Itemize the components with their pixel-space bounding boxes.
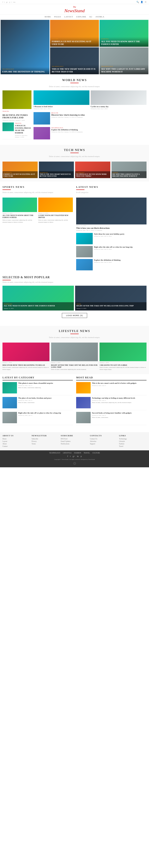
tech-item-3[interactable]: Technology TECHNOLOGY: DO YOU KNOW MORE … bbox=[75, 161, 110, 178]
social-instagram[interactable]: i bbox=[11, 1, 12, 3]
nav-pages[interactable]: PAGES bbox=[54, 16, 61, 18]
latest-item-3[interactable]: Right after the take off we relax for ou… bbox=[76, 246, 147, 257]
tech-item-1[interactable]: Technology FORMULA 1 IS NOT SO EXCITING … bbox=[2, 161, 38, 178]
lifestyle-item-2[interactable]: January 1, 2016 RIGHT AFTER THE TAKE OFF… bbox=[51, 343, 98, 371]
selected-item-2[interactable]: Travel RIGHT AFTER THE TAKE OFF WE RELAX… bbox=[75, 286, 147, 310]
hero-grid: Technology EXPLORE THE DEFINITION OF THI… bbox=[0, 19, 149, 75]
footer-bottom-link-lifestyle[interactable]: LIFESTYLE bbox=[63, 452, 71, 454]
tech-overlay-2: Technology THIS IS THE NEW SMART WATCH I… bbox=[39, 171, 74, 178]
sports-item-2[interactable]: January 11, 2016 A VERY YOUNG BUT TALENT… bbox=[38, 197, 73, 223]
footer-social-twitter[interactable]: t bbox=[70, 455, 71, 457]
footer-social-pinterest[interactable]: p bbox=[81, 455, 82, 457]
nav-joomla[interactable]: JOOMLA bbox=[96, 16, 105, 18]
most-read-item-3[interactable]: Succeed looks at being more familiar wit… bbox=[76, 412, 147, 425]
most-read-item-1[interactable]: This is the new smart watch and it is be… bbox=[76, 382, 147, 395]
footer-social-facebook[interactable]: f bbox=[67, 455, 68, 457]
lifestyle-item-desc-2: Dolor sit amet, consectetuer adipiscing … bbox=[51, 369, 98, 371]
menu-icon[interactable]: ☰ bbox=[145, 1, 147, 3]
world-featured[interactable]: Travel BEAUTIFUL PICTURES FROM A FAR LAN… bbox=[2, 90, 31, 121]
footer-link-support[interactable]: Support bbox=[90, 443, 117, 445]
footer-link-subscribe[interactable]: Subscribe bbox=[32, 438, 59, 440]
social-pinterest[interactable]: p bbox=[9, 1, 10, 3]
selected-item-1[interactable]: Technology ALL YOU NEED TO KNOW ABOUT TH… bbox=[2, 286, 74, 310]
footer-link-fashion[interactable]: Fashion bbox=[119, 443, 147, 445]
scroll-to-top[interactable]: ⊙ bbox=[2, 461, 147, 466]
latest-cat-item-1[interactable]: This photo is more than a beautiful surp… bbox=[2, 382, 73, 395]
nav-k2[interactable]: K2 bbox=[90, 16, 92, 18]
hero-item-1[interactable]: Technology EXPLORE THE DEFINITION OF THI… bbox=[1, 20, 50, 74]
footer-link-email[interactable]: Email Updates bbox=[61, 440, 88, 442]
latest-item-4[interactable]: Explore the definition of thinking Writt… bbox=[76, 259, 147, 270]
lifestyle-sub: Dolor sit amet, consectetuer adipiscing … bbox=[2, 336, 147, 341]
footer-bottom-link-fashion[interactable]: FASHION bbox=[74, 452, 81, 454]
footer-link-notifications[interactable]: Notifications bbox=[61, 443, 88, 445]
world-explore-title: Explore the definition of thinking bbox=[51, 129, 83, 131]
world-feat-meta: Written by John Doe | January 1, 2016 bbox=[2, 120, 31, 121]
selected-sub: Dolor sit amet, consectetuer adipiscing … bbox=[2, 281, 147, 283]
social-twitter[interactable]: t bbox=[4, 1, 5, 3]
tech-title-2: THIS IS THE NEW SMART WATCH IT IS BETTER… bbox=[40, 173, 73, 177]
footer-link-terms[interactable]: Terms bbox=[32, 443, 59, 445]
footer-link-home[interactable]: Home bbox=[2, 438, 30, 440]
social-links[interactable]: f t g+ p i rss bbox=[2, 1, 15, 3]
mr-meta-1: Written by John | Jan 13 bbox=[92, 385, 137, 386]
footer-social-google[interactable]: g+ bbox=[72, 455, 75, 457]
footer-link-contactus[interactable]: Contact Us bbox=[90, 438, 117, 440]
nav-home[interactable]: HOME bbox=[45, 16, 51, 18]
footer-link-tech[interactable]: Technology bbox=[119, 438, 147, 440]
latest-cat-item-3[interactable]: Right after the take off we plan to rela… bbox=[2, 412, 73, 425]
header-icons[interactable]: 🔍 👤 ☰ bbox=[137, 1, 147, 3]
footer-col2-title: NEWSLETTER bbox=[32, 435, 59, 437]
most-read-item-2[interactable]: Technology can help us feeling at many d… bbox=[76, 397, 147, 410]
main-nav[interactable]: HOME PAGES LAYOUT EXPLORE K2 JOOMLA bbox=[0, 14, 149, 19]
footer-social-instagram[interactable]: in bbox=[77, 455, 79, 457]
hero-item-2[interactable]: Racing FORMULA 1 IS NOT SO EXCITING AS I… bbox=[50, 20, 99, 47]
world-right-title-2: Cyclist on a sunny day bbox=[91, 105, 147, 107]
lifestyle-title: LIFESTYLE NEWS bbox=[2, 330, 147, 333]
social-rss[interactable]: rss bbox=[13, 1, 15, 3]
footer-link-contact[interactable]: Contact bbox=[2, 445, 30, 447]
footer-link-lifestyle[interactable]: Lifestyle bbox=[119, 440, 147, 442]
latest-item-title-3: Right after the take off we relax for ou… bbox=[94, 246, 133, 248]
user-icon[interactable]: 👤 bbox=[141, 1, 143, 3]
tech-item-2[interactable]: Technology THIS IS THE NEW SMART WATCH I… bbox=[39, 161, 74, 178]
footer-link-about[interactable]: About bbox=[2, 443, 30, 445]
site-brand[interactable]: The NewsStand bbox=[0, 6, 149, 13]
footer-bottom-link-tech[interactable]: TECHNOLOGY bbox=[49, 452, 60, 454]
footer-link-privacy[interactable]: Privacy bbox=[32, 440, 59, 442]
world-right-1[interactable]: 3 Reasons to look before Written by John… bbox=[33, 90, 89, 110]
sports-item-1[interactable]: January 11, 2016 ALL YOU NEED TO KNOW AB… bbox=[2, 197, 37, 223]
latest-news-section: LATEST NEWS In all categories January 13… bbox=[76, 184, 147, 270]
world-explore[interactable]: Technology Explore the definition of thi… bbox=[33, 127, 147, 140]
selected-title: SELECTED & MOST POPULAR bbox=[2, 276, 147, 279]
lifestyle-item-1[interactable]: January 1, 2016 DISCOVER HOW TRUE REASON… bbox=[2, 343, 50, 371]
latest-cat-item-2[interactable]: The place of zen looks, freedom and peac… bbox=[2, 397, 73, 410]
hero-item-5[interactable]: Technology SEE WHY THIS GADGET IS JUST A… bbox=[99, 48, 148, 74]
world-right-2[interactable]: Cyclist on a sunny day Written by John |… bbox=[91, 90, 147, 110]
lifestyle-item-3[interactable]: January 1, 2016 3 REASONS TO GET ON A BI… bbox=[99, 343, 147, 371]
footer-bottom-link-travel[interactable]: TRAVEL bbox=[84, 452, 90, 454]
footer-social[interactable]: f t g+ in p bbox=[2, 455, 147, 457]
latest-item-2[interactable]: Style ideas for your next holiday party … bbox=[76, 233, 147, 244]
nav-layout[interactable]: LAYOUT bbox=[64, 16, 73, 18]
social-facebook[interactable]: f bbox=[2, 1, 3, 3]
footer-col-5: LINKS Technology Lifestyle Fashion Trave… bbox=[119, 435, 147, 448]
nav-explore[interactable]: EXPLORE bbox=[77, 16, 86, 18]
footer-link-layout[interactable]: Layout bbox=[2, 440, 30, 442]
footer-bottom-links[interactable]: TECHNOLOGY LIFESTYLE FASHION TRAVEL CULT… bbox=[2, 452, 147, 454]
footer-link-travel[interactable]: Travel bbox=[119, 445, 147, 447]
hero-item-3[interactable]: Surfing ALL YOU NEED TO KNOW ABOUT THE F… bbox=[99, 20, 148, 47]
footer-bottom-link-culture[interactable]: CULTURE bbox=[92, 452, 100, 454]
latest-item-large[interactable]: January 13, 2016 This is how you can blo… bbox=[76, 197, 147, 231]
social-google[interactable]: g+ bbox=[6, 1, 8, 3]
footer-link-advertise[interactable]: Advertise bbox=[90, 440, 117, 442]
search-icon[interactable]: 🔍 bbox=[137, 1, 139, 3]
tech-item-4[interactable]: Gadgets SEE WHY THIS GADGET IS JUST A DR… bbox=[112, 161, 147, 178]
world-explore-meta: Written by John Doe | January 13, 2016 |… bbox=[51, 131, 83, 133]
hero-item-4[interactable]: Technology THIS IS THE NEW SMART WATCH A… bbox=[50, 48, 99, 74]
footer-link-rss[interactable]: RSS Feed bbox=[61, 438, 88, 440]
footer-col-2: NEWSLETTER Subscribe Privacy Terms bbox=[32, 435, 59, 448]
world-small-item[interactable]: Travel A MAGICAL EVENING PRICES NEAR THE… bbox=[2, 122, 31, 140]
load-more-button[interactable]: LOAD MORE (3) bbox=[62, 313, 87, 318]
world-discover[interactable]: Health Discover how vital is knowing to … bbox=[33, 112, 147, 125]
